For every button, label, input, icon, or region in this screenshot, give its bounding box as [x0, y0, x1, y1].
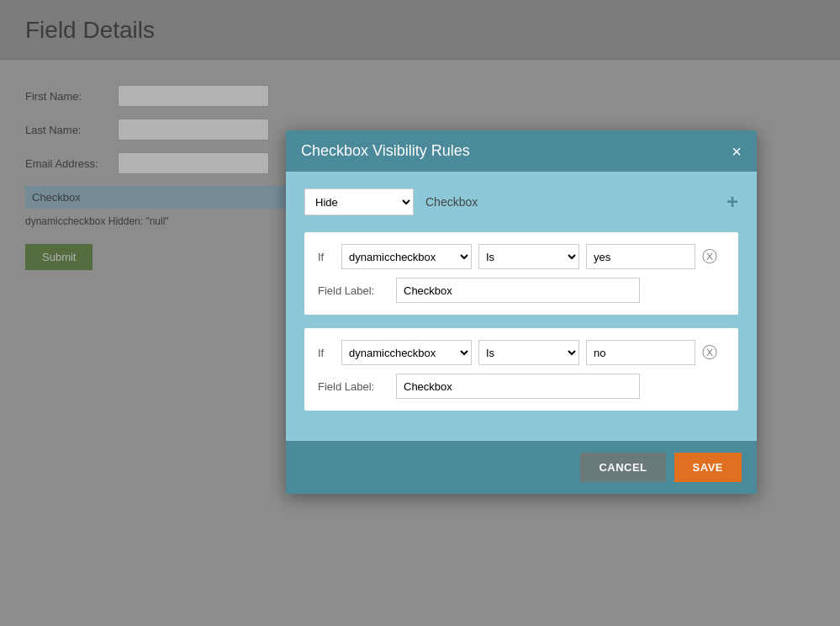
condition-row-1: If dynamiccheckbox Is Is Not ⓧ [318, 244, 725, 269]
cancel-button[interactable]: CANCEL [580, 453, 665, 482]
target-label: Checkbox [425, 195, 478, 209]
if-label-2: If [318, 347, 335, 359]
condition-block-1: If dynamiccheckbox Is Is Not ⓧ Field Lab… [304, 232, 738, 315]
field-label-input-2[interactable] [396, 374, 640, 399]
field-label-row-2: Field Label: [318, 374, 725, 399]
remove-condition-1-button[interactable]: ⓧ [702, 247, 717, 267]
rule-header: Hide Show Checkbox + [304, 188, 738, 215]
modal-footer: CANCEL SAVE [286, 441, 757, 494]
remove-condition-2-button[interactable]: ⓧ [702, 342, 717, 363]
modal-overlay: Checkbox Visibility Rules × Hide Show Ch… [0, 0, 840, 626]
field-select-1[interactable]: dynamiccheckbox [341, 244, 472, 269]
value-input-2[interactable] [586, 340, 695, 365]
condition-row-2: If dynamiccheckbox Is Is Not ⓧ [318, 340, 725, 365]
modal-body: Hide Show Checkbox + If dynamiccheckbox … [286, 172, 757, 441]
field-label-row-1: Field Label: [318, 278, 725, 303]
field-label-input-1[interactable] [396, 278, 640, 303]
field-label-text-1: Field Label: [318, 284, 389, 297]
add-condition-button[interactable]: + [726, 192, 738, 212]
action-select[interactable]: Hide Show [304, 188, 414, 215]
save-button[interactable]: SAVE [674, 453, 742, 482]
condition-block-2: If dynamiccheckbox Is Is Not ⓧ Field Lab… [304, 328, 738, 411]
if-label-1: If [318, 251, 335, 263]
operator-select-1[interactable]: Is Is Not [478, 244, 579, 269]
modal: Checkbox Visibility Rules × Hide Show Ch… [286, 130, 757, 494]
close-button[interactable]: × [732, 143, 742, 160]
modal-header: Checkbox Visibility Rules × [286, 130, 757, 172]
modal-title: Checkbox Visibility Rules [301, 142, 470, 160]
field-select-2[interactable]: dynamiccheckbox [341, 340, 472, 365]
value-input-1[interactable] [586, 244, 695, 269]
field-label-text-2: Field Label: [318, 380, 389, 393]
operator-select-2[interactable]: Is Is Not [478, 340, 579, 365]
